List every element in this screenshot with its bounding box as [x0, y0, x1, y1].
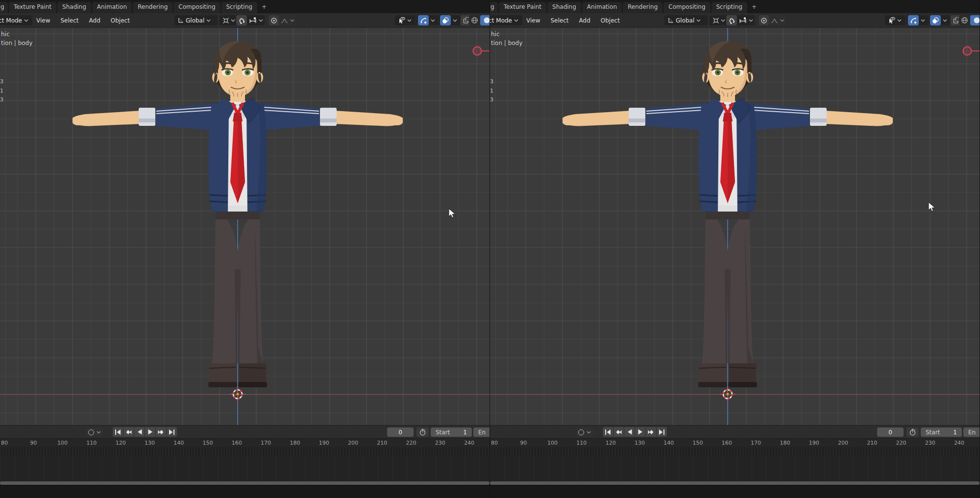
show-gizmo-toggle[interactable]: [418, 15, 429, 25]
workspace-tab[interactable]: Rendering: [133, 2, 172, 13]
workspace-tab[interactable]: +: [748, 2, 760, 13]
falloff-curve-icon[interactable]: [771, 17, 778, 24]
viewport-3d[interactable]: hic tion | body 313: [490, 28, 980, 425]
current-frame-field[interactable]: 0: [387, 427, 414, 437]
workspace-tab[interactable]: +: [258, 2, 270, 13]
frame-start-field[interactable]: Start 1: [431, 427, 472, 437]
transform-orientation-dropdown[interactable]: Global: [664, 15, 708, 25]
jump-to-end-button[interactable]: [657, 427, 667, 437]
viewport-menu[interactable]: Object: [599, 16, 621, 25]
show-gizmo-toggle[interactable]: [908, 15, 919, 25]
preview-range-button[interactable]: [416, 427, 429, 437]
timeline-tracks[interactable]: [490, 455, 980, 481]
prev-keyframe-button[interactable]: [123, 427, 134, 437]
shading-wireframe-button[interactable]: [959, 15, 970, 25]
prev-keyframe-button[interactable]: [613, 427, 624, 437]
viewport-menu[interactable]: Select: [549, 16, 570, 25]
stats-line: 3: [0, 77, 3, 87]
auto-keying-group[interactable]: [86, 427, 103, 437]
interaction-mode-dropdown[interactable]: ct Mode: [490, 15, 522, 25]
viewport-menu[interactable]: Select: [59, 16, 80, 25]
proportional-size-icon[interactable]: [739, 17, 747, 24]
start-label: Start: [926, 429, 940, 436]
viewport-menu[interactable]: View: [525, 16, 541, 25]
jump-to-end-button[interactable]: [167, 427, 177, 437]
magnet-snap-toggle[interactable]: [726, 15, 737, 25]
show-overlays-toggle[interactable]: [440, 15, 451, 25]
timeline-ruler[interactable]: 8090100110120130140150160170180190200210…: [490, 438, 980, 447]
workspace-tab[interactable]: Texture Paint: [9, 2, 56, 13]
timeline-ruler[interactable]: 8090100110120130140150160170180190200210…: [0, 438, 490, 447]
viewport-menu[interactable]: Add: [578, 16, 592, 25]
preview-range-button[interactable]: [906, 427, 919, 437]
workspace-tab[interactable]: Rendering: [623, 2, 662, 13]
ruler-frame-label: 90: [24, 440, 42, 446]
play-reverse-button[interactable]: [134, 427, 145, 437]
jump-to-start-button[interactable]: [603, 427, 613, 437]
ruler-frame-label: 150: [199, 440, 217, 446]
stats-line: 1: [490, 87, 493, 96]
workspace-tab[interactable]: Scripting: [221, 2, 257, 13]
frame-end-field[interactable]: En: [473, 427, 490, 437]
shading-wireframe-button[interactable]: [469, 15, 480, 25]
magnet-snap-toggle[interactable]: [236, 15, 247, 25]
ruler-frame-label: 80: [490, 440, 503, 446]
snap-target-icon: [712, 17, 719, 24]
workspace-tab[interactable]: Shading: [547, 2, 581, 13]
frame-start-field[interactable]: Start 1: [921, 427, 962, 437]
proportional-editing-toggle[interactable]: [269, 15, 279, 25]
timeline-tick-strip[interactable]: [490, 447, 980, 455]
workspace-tab[interactable]: Animation: [582, 2, 622, 13]
navigation-gizmo-x-ball[interactable]: [961, 45, 980, 57]
ruler-frame-label: 200: [834, 440, 852, 446]
shading-solid-button[interactable]: [480, 15, 490, 25]
show-overlays-toggle[interactable]: [930, 15, 941, 25]
workspace-tab[interactable]: g: [490, 2, 498, 13]
solid-sphere-icon: [973, 17, 980, 24]
object-type-visibility-dropdown[interactable]: [395, 15, 416, 25]
auto-keying-group[interactable]: [576, 427, 593, 437]
timeline-tracks[interactable]: [0, 455, 490, 481]
auto-keying-record-icon: [578, 429, 584, 435]
next-keyframe-button[interactable]: [156, 427, 166, 437]
workspace-tab[interactable]: Shading: [57, 2, 91, 13]
navigation-gizmo-x-ball[interactable]: [471, 45, 490, 57]
shading-solid-button[interactable]: [970, 15, 980, 25]
frame-end-field[interactable]: En: [963, 427, 980, 437]
ruler-frame-label: 210: [863, 440, 881, 446]
workspace-tab[interactable]: Compositing: [663, 2, 710, 13]
proportional-size-icon[interactable]: [249, 17, 257, 24]
stats-line: 1: [0, 87, 3, 96]
proportional-editing-toggle[interactable]: [759, 15, 769, 25]
jump-to-start-button[interactable]: [113, 427, 123, 437]
transform-orientation-dropdown[interactable]: Global: [174, 15, 218, 25]
play-reverse-button[interactable]: [624, 427, 635, 437]
character-model-lower[interactable]: [556, 39, 899, 392]
viewport-menu[interactable]: View: [35, 16, 51, 25]
ruler-frame-label: 110: [573, 440, 590, 446]
play-button[interactable]: [635, 427, 645, 437]
play-button[interactable]: [145, 427, 155, 437]
ruler-frame-label: 190: [315, 440, 333, 446]
viewport-menu[interactable]: Object: [109, 16, 131, 25]
timeline-scrollbar[interactable]: [0, 481, 490, 485]
interaction-mode-dropdown[interactable]: ct Mode: [0, 15, 32, 25]
transform-orientation-icon: [177, 17, 184, 24]
workspace-tab[interactable]: Animation: [92, 2, 132, 13]
falloff-curve-icon[interactable]: [281, 17, 288, 24]
timeline-scrollbar[interactable]: [490, 481, 980, 485]
object-type-visibility-dropdown[interactable]: [885, 15, 906, 25]
workspace-tab[interactable]: Scripting: [711, 2, 747, 13]
workspace-tab[interactable]: Texture Paint: [499, 2, 546, 13]
workspace-tab[interactable]: Compositing: [173, 2, 220, 13]
current-frame-field[interactable]: 0: [877, 427, 904, 437]
ruler-frame-label: 160: [228, 440, 245, 446]
workspace-tab[interactable]: g: [0, 2, 8, 13]
end-label: En: [478, 429, 486, 436]
snapping-proportional-group: [725, 15, 755, 25]
timeline-tick-strip[interactable]: [0, 447, 490, 455]
viewport-3d[interactable]: hic tion | body 313: [0, 28, 490, 425]
next-keyframe-button[interactable]: [646, 427, 656, 437]
character-model-lower[interactable]: [66, 39, 409, 392]
viewport-menu[interactable]: Add: [88, 16, 102, 25]
